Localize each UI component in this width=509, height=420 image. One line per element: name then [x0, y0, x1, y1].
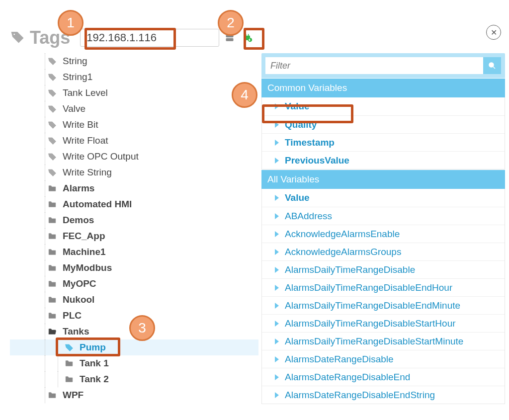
variable-row[interactable]: AcknowledgeAlarmsEnable: [262, 225, 505, 243]
tree-folder-item[interactable]: WPF: [10, 387, 258, 403]
tree-folder-item[interactable]: Alarms: [10, 180, 258, 196]
tree-item-label: WPF: [63, 390, 84, 401]
close-button[interactable]: ✕: [486, 25, 501, 40]
expand-arrow-icon: [275, 195, 279, 201]
tree-tag-item[interactable]: Write Float: [10, 133, 258, 149]
tree-item-label: Tank Level: [63, 87, 108, 98]
variable-row[interactable]: AlarmsDailyTimeRangeDisable: [262, 260, 505, 278]
variable-label: Value: [285, 101, 310, 112]
variable-label: AlarmsDateRangeDisable: [285, 354, 394, 365]
connect-plug-icon-button[interactable]: [240, 30, 255, 45]
folder-icon: [48, 391, 60, 400]
variable-row[interactable]: ABAddress: [262, 207, 505, 225]
tree-item-label: Alarms: [63, 183, 94, 194]
folder-icon: [48, 311, 60, 320]
tree-tag-pump[interactable]: Pump: [10, 339, 258, 355]
expand-arrow-icon: [275, 303, 279, 309]
tree-item-label: Tank 2: [80, 374, 109, 385]
all-variables-list: Value ABAddress AcknowledgeAlarmsEnable …: [261, 189, 505, 404]
variable-row[interactable]: Timestamp: [262, 133, 505, 151]
section-header-all: All Variables: [261, 169, 505, 189]
tree-item-label: MyModbus: [63, 262, 112, 273]
tree-folder-tank2[interactable]: Tank 2: [10, 371, 258, 387]
tag-icon: [48, 88, 60, 97]
variable-label: AlarmsDateRangeDisableEndString: [285, 390, 435, 401]
tree-item-label: Demos: [63, 215, 94, 226]
expand-arrow-icon: [275, 356, 279, 362]
tree-folder-item[interactable]: FEC_App: [10, 228, 258, 244]
tree-tag-item[interactable]: Valve: [10, 101, 258, 117]
folder-icon: [48, 279, 60, 288]
common-variables-list: Value Quality Timestamp PreviousValue: [261, 97, 505, 169]
variable-row[interactable]: AlarmsDateRangeDisable: [262, 350, 505, 368]
tree-item-label: MyOPC: [63, 278, 96, 289]
variable-row[interactable]: PreviousValue: [262, 151, 505, 169]
filter-input[interactable]: [265, 57, 483, 74]
tree-folder-item[interactable]: Automated HMI: [10, 196, 258, 212]
svg-point-3: [248, 38, 252, 42]
tree-item-label: String1: [63, 72, 92, 83]
expand-arrow-icon: [275, 158, 279, 164]
tag-icon: [10, 29, 25, 46]
variable-label: AlarmsDailyTimeRangeDisableEndHour: [285, 282, 452, 293]
svg-point-0: [13, 33, 15, 35]
expand-arrow-icon: [275, 103, 279, 109]
tag-icon: [48, 73, 60, 82]
variable-label: AlarmsDateRangeDisableEnd: [285, 372, 410, 383]
variable-row[interactable]: AlarmsDateRangeDisableEndString: [262, 386, 505, 404]
folder-icon: [48, 248, 60, 256]
variable-row[interactable]: Value: [262, 189, 505, 207]
tree-folder-item[interactable]: Demos: [10, 212, 258, 228]
search-button[interactable]: [483, 57, 501, 74]
tree-folder-item[interactable]: MyOPC: [10, 276, 258, 292]
expand-arrow-icon: [275, 122, 279, 128]
tag-icon: [48, 168, 60, 177]
variable-label: AlarmsDailyTimeRangeDisable: [285, 264, 415, 275]
tree-tag-item[interactable]: Write String: [10, 165, 258, 180]
variable-row[interactable]: Quality: [262, 115, 505, 133]
tree-tag-item[interactable]: Write Bit: [10, 117, 258, 133]
variable-label: PreviousValue: [285, 155, 349, 166]
variable-row[interactable]: AlarmsDailyTimeRangeDisableEndHour: [262, 278, 505, 296]
variable-label: AcknowledgeAlarmsGroups: [285, 247, 401, 257]
tree-tag-item[interactable]: Tank Level: [10, 85, 258, 101]
folder-icon: [65, 375, 77, 384]
tree-folder-item[interactable]: Machine1: [10, 244, 258, 260]
variable-row[interactable]: AlarmsDailyTimeRangeDisableStartHour: [262, 314, 505, 332]
tag-icon: [48, 57, 60, 66]
variable-label: AcknowledgeAlarmsEnable: [285, 229, 400, 240]
variable-row[interactable]: AlarmsDailyTimeRangeDisableStartMinute: [262, 332, 505, 350]
expand-arrow-icon: [275, 338, 279, 344]
variable-label: Value: [285, 192, 310, 203]
tree-folder-tank1[interactable]: Tank 1: [10, 355, 258, 371]
folder-icon: [48, 295, 60, 304]
tag-icon: [48, 120, 60, 129]
filter-row: [261, 53, 505, 78]
variable-row[interactable]: AlarmsDateRangeDisableEnd: [262, 368, 505, 386]
tree-tag-item[interactable]: String: [10, 53, 258, 69]
folder-icon: [48, 232, 60, 241]
step-badge-2: 2: [218, 10, 244, 36]
tree-item-label: Write Bit: [63, 119, 98, 130]
tree-item-label: String: [63, 56, 87, 67]
variable-row[interactable]: AlarmsDailyTimeRangeDisableEndMinute: [262, 296, 505, 314]
ip-address-input[interactable]: [83, 31, 217, 44]
tree-item-label: FEC_App: [63, 231, 105, 242]
tree-folder-item[interactable]: MyModbus: [10, 260, 258, 276]
expand-arrow-icon: [275, 267, 279, 273]
folder-icon: [65, 359, 77, 368]
expand-arrow-icon: [275, 392, 279, 398]
tree-tag-item[interactable]: String1: [10, 69, 258, 85]
tag-icon: [48, 152, 60, 161]
variable-row-value[interactable]: Value: [262, 97, 505, 115]
variables-panel: Common Variables Value Quality Timestamp…: [258, 53, 505, 404]
variable-row[interactable]: AcknowledgeAlarmsGroups: [262, 243, 505, 260]
tree-tag-item[interactable]: Write OPC Output: [10, 149, 258, 165]
tree-item-label: PLC: [63, 310, 82, 321]
ip-address-field[interactable]: [80, 29, 219, 47]
folder-open-icon: [48, 327, 60, 336]
close-icon: ✕: [491, 28, 497, 37]
variable-label: AlarmsDailyTimeRangeDisableStartHour: [285, 318, 456, 329]
tree-folder-item[interactable]: Nukool: [10, 292, 258, 308]
step-badge-3: 3: [129, 315, 155, 341]
